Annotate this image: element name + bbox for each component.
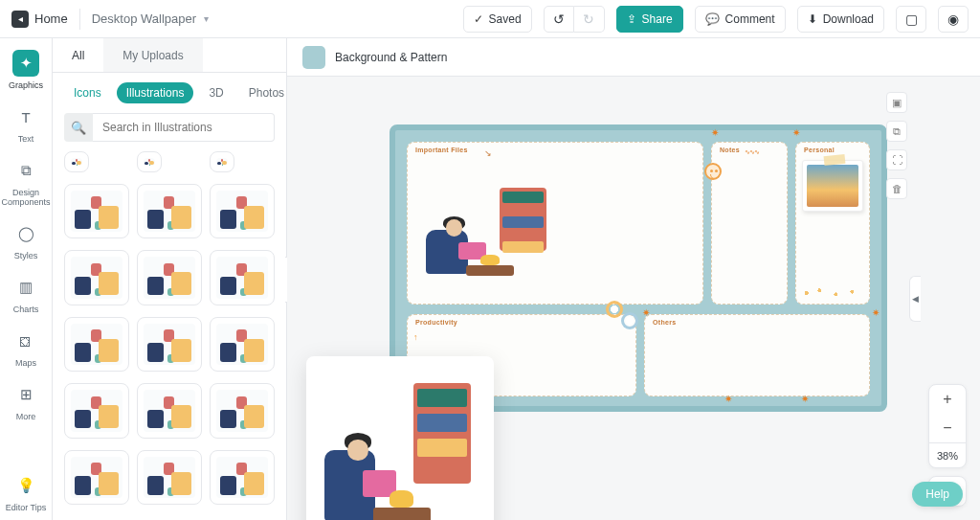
home-link[interactable]: ◂ Home	[11, 11, 68, 28]
undo-icon: ↺	[553, 11, 565, 27]
illustration-thumb[interactable]	[210, 450, 275, 506]
layer-tool-page[interactable]: ▣	[886, 92, 907, 113]
illustration-on-canvas[interactable]	[419, 177, 558, 283]
preview-button[interactable]: ◉	[938, 6, 969, 33]
rail-graphics[interactable]: ✦ Graphics	[0, 46, 52, 98]
rail-more[interactable]: ⊞ More	[0, 377, 52, 429]
rail-charts[interactable]: ▥ Charts	[0, 270, 52, 322]
zoom-level[interactable]: 38%	[929, 442, 966, 467]
zoom-out-button[interactable]: −	[929, 414, 966, 442]
panel-tab-all-label: All	[72, 49, 84, 62]
share-icon: ⇪	[627, 12, 636, 26]
zoom-in-button[interactable]: +	[929, 385, 966, 414]
illustration-thumb[interactable]	[137, 184, 202, 239]
share-button[interactable]: ⇪ Share	[616, 6, 683, 33]
page-icon: ▣	[892, 97, 902, 109]
illustration-thumb[interactable]	[210, 151, 234, 172]
chevron-down-icon: ▾	[204, 13, 209, 24]
rail-editor-tips[interactable]: 💡 Editor Tips	[0, 468, 52, 520]
search-input[interactable]	[93, 113, 275, 142]
pane-personal[interactable]: Personal	[795, 142, 870, 305]
illustration-thumb[interactable]	[137, 450, 202, 506]
illustration-thumb[interactable]	[137, 151, 162, 172]
right-panel-expand-handle[interactable]: ◀	[909, 276, 921, 322]
selection-label: Background & Pattern	[335, 51, 447, 64]
rail-more-label: More	[16, 412, 36, 421]
layer-tool-copy[interactable]: ⧉	[886, 121, 907, 142]
pane-important-label: Important Files	[415, 147, 468, 153]
illustration-thumb[interactable]	[210, 383, 275, 439]
subtab-photos-label: Photos	[249, 86, 284, 100]
share-label: Share	[642, 12, 673, 26]
sparkle-icon: ✷	[642, 308, 652, 318]
search-icon: 🔍	[64, 113, 93, 142]
download-button[interactable]: ⬇ Download	[797, 6, 884, 33]
pane-notes[interactable]: Notes ∿∿∿	[711, 142, 788, 305]
rail-text-label: Text	[18, 134, 34, 144]
illustration-thumb[interactable]	[64, 383, 129, 439]
subtab-3d-label: 3D	[209, 86, 223, 100]
comment-button[interactable]: 💬 Comment	[695, 6, 786, 33]
check-icon: ✓	[474, 12, 483, 26]
illustration-thumb[interactable]	[210, 317, 275, 373]
pane-others-label: Others	[653, 319, 676, 326]
rail-editor-tips-label: Editor Tips	[6, 503, 47, 512]
illustration-thumb[interactable]	[64, 250, 129, 305]
present-button[interactable]: ▢	[896, 6, 926, 33]
background-color-swatch[interactable]	[302, 46, 325, 69]
subtab-photos[interactable]: Photos	[239, 82, 294, 103]
illustration-preview	[316, 366, 484, 520]
illustration-thumb[interactable]	[137, 317, 202, 373]
sparkle-icon: ✷	[792, 128, 802, 138]
illustration-thumb[interactable]	[64, 450, 129, 506]
illustration-thumb[interactable]	[64, 184, 129, 239]
illustration-thumb[interactable]	[64, 151, 89, 172]
layer-tool-lock[interactable]: ⛶	[886, 149, 907, 170]
smiley-sticker[interactable]	[704, 163, 722, 180]
rail-text[interactable]: T Text	[0, 100, 52, 151]
styles-icon: ◯	[12, 220, 39, 247]
polaroid-photo[interactable]	[802, 160, 863, 212]
illustration-thumb[interactable]	[210, 184, 275, 239]
lightbulb-icon: 💡	[12, 472, 39, 499]
eye-icon: ◉	[947, 11, 959, 27]
illustration-thumb[interactable]	[137, 383, 202, 439]
tape-icon	[824, 154, 846, 166]
sparkle-icon: ✷	[872, 308, 881, 318]
rail-maps[interactable]: ⛋ Maps	[0, 324, 52, 375]
panel-tab-all[interactable]: All	[53, 38, 103, 72]
pane-important-files[interactable]: Important Files ↘	[407, 142, 703, 305]
redo-icon: ↻	[583, 11, 594, 27]
illustration-thumb[interactable]	[64, 317, 129, 373]
rail-design-components[interactable]: ⧉ Design Components	[0, 153, 52, 215]
saved-label: Saved	[489, 12, 522, 26]
download-label: Download	[823, 12, 874, 26]
comment-icon: 💬	[705, 12, 720, 26]
help-button[interactable]: Help	[912, 482, 963, 507]
illustration-preview-card[interactable]	[306, 356, 494, 520]
rail-styles[interactable]: ◯ Styles	[0, 216, 52, 268]
plus-icon: +	[943, 391, 951, 408]
document-title-dropdown[interactable]: Desktop Wallpaper ▾	[92, 11, 209, 26]
layer-tool-delete[interactable]: 🗑	[886, 178, 907, 199]
pane-notes-label: Notes	[720, 147, 740, 153]
subtab-3d[interactable]: 3D	[199, 82, 233, 103]
lock-icon: ⛶	[892, 154, 902, 166]
pane-others[interactable]: Others	[644, 314, 870, 396]
trash-icon: 🗑	[892, 183, 902, 194]
illustration-thumb[interactable]	[137, 250, 202, 305]
illustration-thumb[interactable]	[210, 250, 275, 305]
gear-icon	[621, 312, 638, 329]
rail-styles-label: Styles	[14, 251, 38, 260]
undo-button[interactable]: ↺	[544, 6, 574, 33]
home-label: Home	[34, 11, 68, 26]
subtab-icons[interactable]: Icons	[64, 82, 111, 103]
panel-tab-my-uploads[interactable]: My Uploads	[103, 38, 202, 72]
saved-indicator[interactable]: ✓ Saved	[463, 6, 532, 33]
minus-icon: −	[943, 419, 951, 437]
chevron-left-icon: ◀	[912, 294, 919, 304]
redo-button[interactable]: ↻	[574, 6, 605, 33]
charts-icon: ▥	[12, 274, 39, 301]
sparkle-icon: ✷	[724, 395, 734, 404]
subtab-illustrations[interactable]: Illustrations	[117, 82, 194, 103]
